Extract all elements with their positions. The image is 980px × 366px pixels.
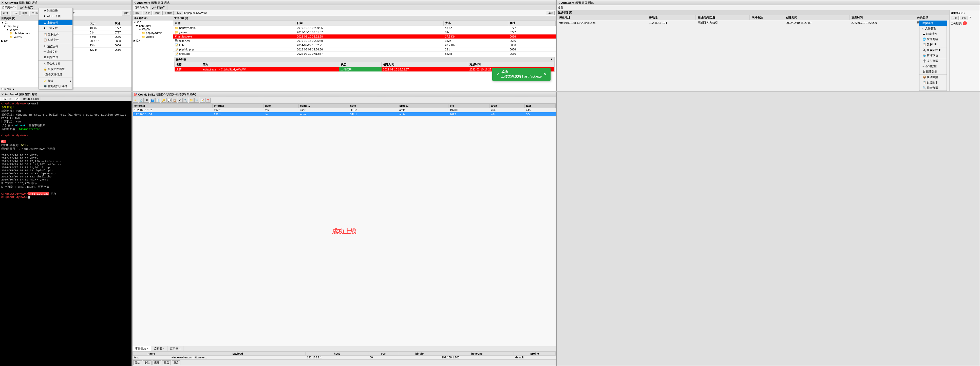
task-col-status: 状态: [339, 62, 381, 67]
ctx-copy[interactable]: 📋 复制文件: [38, 32, 72, 37]
btn-up-1[interactable]: 上至: [11, 11, 19, 16]
cs-btn-10[interactable]: 🔧: [183, 97, 188, 103]
ctx-load-plugin[interactable]: 🔌 加载插件 ▶: [920, 48, 947, 53]
ctx-new[interactable]: ✨ 新建: [38, 78, 72, 84]
ctx-check-data[interactable]: 🔍 排查数据: [920, 85, 947, 91]
task-list-collapse[interactable]: ▼: [550, 58, 553, 61]
cs-tab-listener1[interactable]: 监听器 ×: [151, 346, 167, 351]
cs-restart-btn-2[interactable]: 重启: [172, 360, 180, 365]
tree-c-2[interactable]: ▼ C:/: [132, 21, 173, 24]
tab-file-list-1[interactable]: 文件列表(6): [18, 5, 35, 10]
cat-btn-more[interactable]: 更多: [960, 16, 968, 20]
cs-btn-6[interactable]: 🔑: [161, 97, 166, 103]
cs-del-btn-2[interactable]: 删除: [153, 360, 161, 365]
ctx-terminal[interactable]: 💻 在此处打开终端: [38, 84, 72, 89]
ctx-copy-url[interactable]: 📋 复制URL: [920, 42, 947, 47]
close-icon[interactable]: ✕: [544, 73, 547, 76]
cs-tab-eventlog[interactable]: 事件日志 ×: [132, 346, 151, 351]
btn-home-2[interactable]: 主目录: [162, 11, 173, 15]
cs-btn-12[interactable]: 🔍: [194, 97, 199, 103]
tree-header-2: 目录列表 (2): [132, 16, 173, 21]
mgmt-table: URL地址 IP地址 描述/物理位置 网站备注 创建时间 更新时间 分类目录 h…: [557, 15, 949, 25]
tree-item-www[interactable]: ▼ WWW: [0, 28, 41, 32]
btn-up-2[interactable]: 上至: [143, 11, 152, 15]
terminal-tab-1[interactable]: 192.168.1.104: [0, 97, 21, 101]
btn-bookmark-2[interactable]: 书签: [175, 11, 183, 15]
row-lphp-2[interactable]: l.php2014-02-27 15:02:2120.7 Kb0666: [173, 43, 555, 48]
ctx-wget[interactable]: ⬇ WGET下载: [38, 13, 72, 19]
ctx-edit-data[interactable]: ✏ 编辑数据: [920, 64, 947, 69]
ctx-edit[interactable]: ✏ 编辑文件: [38, 49, 72, 54]
terminal-tab-2[interactable]: 192.168.1.104: [21, 97, 41, 101]
ctx-add-data[interactable]: ➕ 添加数据: [920, 58, 947, 64]
cs-btn-14[interactable]: ❓: [205, 97, 210, 103]
ctx-virtual-terminal[interactable]: 虚拟终端: [919, 21, 947, 26]
ctx-paste[interactable]: 📋 粘贴文件: [38, 37, 72, 43]
cs-add-btn[interactable]: 添加: [133, 360, 142, 365]
cat-item[interactable]: 已分以类 1: [951, 21, 979, 25]
tree-item-c[interactable]: ▼ C:/: [0, 21, 41, 24]
ctx-move-data[interactable]: 📦 移动数据: [920, 75, 947, 80]
btn-forward-1[interactable]: 前进: [1, 11, 10, 16]
session-row-1[interactable]: 192.168.1.102192.1testuserDESK...artifa1…: [133, 108, 555, 112]
ctx-plugin-market[interactable]: 🏪 插件市场: [920, 53, 947, 58]
tree-item-phpstudy[interactable]: ▼ phpStudy: [0, 24, 41, 28]
ctx-chmod[interactable]: 🔒 更改文件属性: [38, 67, 72, 72]
btn-forward-2[interactable]: 前进: [134, 11, 142, 15]
btn-read-2[interactable]: 读取: [546, 11, 555, 15]
ctx-delete[interactable]: 🗑 删除文件: [38, 54, 72, 60]
mgmt-col-cat: 分类目录: [915, 15, 949, 20]
row-phpmyadmin-2[interactable]: phpMyAdmin2019-10-13 08:39:2648 Kb0777: [173, 26, 555, 30]
terminal-content[interactable]: C:\phpStudy\WWW>whoami 系统信息: 机器名称: WIN- …: [0, 101, 132, 366]
listener-row-1[interactable]: test windows/beacon_http/reve... 192.168…: [133, 356, 555, 360]
row-beifen-2[interactable]: beifen.rar2019-10-13 09:05:393 Mb0666: [173, 39, 555, 43]
settings-label: 设置: [557, 5, 980, 10]
btn-refresh-2[interactable]: 刷新: [153, 11, 161, 15]
tab-dir-list-1[interactable]: 目录列表(2): [0, 5, 18, 10]
cs-btn-9[interactable]: ⚙: [178, 97, 183, 103]
ctx-frontend-site[interactable]: 🌐 前端网站: [920, 37, 947, 42]
cs-btn-7[interactable]: 💬: [167, 97, 172, 103]
btn-refresh-1[interactable]: 刷新: [21, 11, 29, 16]
col-size-1: 大小: [88, 21, 113, 26]
mgmt-row-1[interactable]: http://192.168.1.104/shell.php 192.168.1…: [557, 20, 949, 25]
cat-btn-1[interactable]: 分类: [951, 16, 959, 20]
tree-www-2[interactable]: ▼ WWW: [132, 28, 173, 31]
tree-d-2[interactable]: ▶ D:/: [132, 39, 173, 43]
cs-btn-13[interactable]: 📝: [200, 97, 205, 103]
ctx-delete-data[interactable]: 🗑 删除数据: [920, 69, 947, 74]
btn-read-1[interactable]: 读取: [122, 11, 130, 16]
cs-btn-4[interactable]: 👥: [150, 97, 155, 103]
tree-pma-2[interactable]: 📁 phpMyAdmin: [132, 31, 173, 35]
ctx-frontend-ops[interactable]: ☁ 前端操作: [920, 31, 947, 37]
cs-btn-1[interactable]: ⚡: [133, 97, 138, 103]
cs-del-btn-1[interactable]: 删除: [143, 360, 151, 365]
tab-2-dir[interactable]: 目录列表(2): [132, 5, 150, 10]
cs-btn-8[interactable]: 📋: [172, 97, 177, 103]
ctx-refresh[interactable]: ↻ 刷新目录: [38, 8, 72, 13]
session-row-2[interactable]: 192.168.1.104192.1testAdmi...STU1artifa2…: [133, 112, 555, 116]
ctx-rename[interactable]: ✎ 重命名文件: [38, 61, 72, 67]
tree-item-yxcms[interactable]: 📁 yxcms: [0, 35, 41, 39]
cs-btn-2[interactable]: 📡: [138, 97, 144, 103]
cs-tab-listener2[interactable]: 监听器 ×: [167, 346, 183, 351]
row-yxcms-2[interactable]: yxcms2019-10-13 09:01:070 b0777: [173, 30, 555, 35]
tree-item-phpmyadmin[interactable]: 📁 phpMyAdmin: [0, 32, 41, 35]
cs-restart-btn-1[interactable]: 重启: [162, 360, 171, 365]
tab-2-file[interactable]: 文件列表(7): [150, 5, 167, 10]
tree-ps-2[interactable]: ▼ phpStudy: [132, 24, 173, 28]
ctx-upload[interactable]: ▲ 上传文件: [38, 20, 72, 25]
ctx-file-mgmt[interactable]: □ 文件管理: [920, 26, 947, 31]
cs-btn-3[interactable]: 🖥: [144, 97, 149, 103]
row-shell-2[interactable]: shell.php2022-02-10 07:12:57822 b0666: [173, 52, 555, 56]
row-artifact-2[interactable]: artifact.exe2022-02-10 08:22:5817.5 Kb06…: [173, 35, 555, 39]
ctx-info[interactable]: ℹ 查看文件信息: [38, 72, 72, 77]
tree-item-d[interactable]: ▶ D:/: [0, 39, 41, 43]
row-phpinfo-2[interactable]: phpinfo.php2013-05-09 12:56:3623 b0666: [173, 48, 555, 52]
cs-btn-11[interactable]: 📁: [189, 97, 194, 103]
tree-yx-2[interactable]: 📁 yxcms: [132, 35, 173, 39]
ctx-preview[interactable]: 👁 预览文件: [38, 44, 72, 49]
ctx-download[interactable]: ⬇ 下载文件: [38, 25, 72, 31]
cs-btn-5[interactable]: 📊: [155, 97, 161, 103]
ctx-create-copy[interactable]: 📋 创建副本: [920, 80, 947, 85]
